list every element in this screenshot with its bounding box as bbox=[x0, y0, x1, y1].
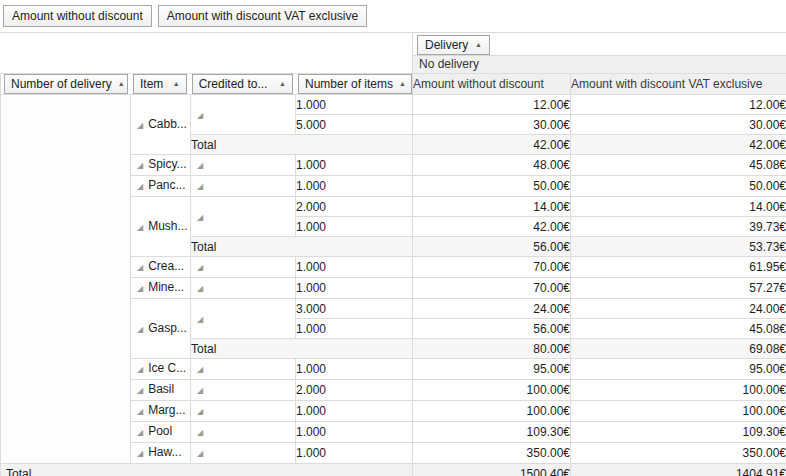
row-header-credited-to[interactable]: ◢ bbox=[191, 422, 296, 443]
value-cell[interactable]: 53.73€ bbox=[571, 237, 786, 257]
value-cell[interactable]: 42.00€ bbox=[413, 217, 571, 237]
row-header-item[interactable]: ◢Mush... bbox=[131, 197, 191, 257]
row-header-number-of-items[interactable]: 2.000 bbox=[296, 197, 413, 217]
collapse-icon[interactable]: ◢ bbox=[197, 423, 203, 442]
row-field-button-number-of-items[interactable]: Number of items ▲ bbox=[298, 74, 412, 94]
value-cell[interactable]: 24.00€ bbox=[571, 299, 786, 319]
row-field-button-item[interactable]: Item ▲ bbox=[133, 74, 187, 94]
row-header-number-of-items[interactable]: 5.000 bbox=[296, 115, 413, 135]
data-field-button-amount-without-discount[interactable]: Amount without discount bbox=[3, 5, 152, 27]
value-cell[interactable]: 109.30€ bbox=[571, 422, 786, 443]
row-header-credited-to[interactable]: ◢ bbox=[191, 359, 296, 380]
collapse-icon[interactable]: ◢ bbox=[197, 310, 203, 329]
row-header-number-of-items[interactable]: 1.000 bbox=[296, 401, 413, 422]
row-header-credited-to[interactable]: ◢ bbox=[191, 401, 296, 422]
column-header-amount-without-discount[interactable]: Amount without discount bbox=[413, 74, 571, 95]
value-cell[interactable]: 100.00€ bbox=[413, 401, 571, 422]
collapse-icon[interactable]: ◢ bbox=[137, 402, 143, 421]
collapse-icon[interactable]: ◢ bbox=[137, 423, 143, 442]
collapse-icon[interactable]: ◢ bbox=[137, 116, 143, 135]
value-cell[interactable]: 12.00€ bbox=[413, 95, 571, 115]
row-header-item[interactable]: ◢Mine... bbox=[131, 278, 191, 299]
row-header-number-of-items[interactable]: 1.000 bbox=[296, 443, 413, 464]
collapse-icon[interactable]: ◢ bbox=[197, 360, 203, 379]
row-header-credited-to[interactable]: ◢ bbox=[191, 155, 296, 176]
value-cell[interactable]: 12.00€ bbox=[571, 95, 786, 115]
value-cell[interactable]: 57.27€ bbox=[571, 278, 786, 299]
collapse-icon[interactable]: ◢ bbox=[137, 381, 143, 400]
value-cell[interactable]: 100.00€ bbox=[413, 380, 571, 401]
row-field-button-number-of-delivery[interactable]: Number of delivery ▲ bbox=[4, 74, 128, 94]
value-cell[interactable]: 14.00€ bbox=[413, 197, 571, 217]
value-cell[interactable]: 30.00€ bbox=[413, 115, 571, 135]
collapse-icon[interactable]: ◢ bbox=[137, 444, 143, 463]
row-header-number-of-items[interactable]: 1.000 bbox=[296, 217, 413, 237]
collapse-icon[interactable]: ◢ bbox=[197, 177, 203, 196]
row-header-number-of-items[interactable]: 2.000 bbox=[296, 380, 413, 401]
collapse-icon[interactable]: ◢ bbox=[197, 258, 203, 277]
row-header-credited-to[interactable]: ◢ bbox=[191, 197, 296, 237]
collapse-icon[interactable]: ◢ bbox=[197, 208, 203, 227]
row-header-number-of-items[interactable]: 1.000 bbox=[296, 176, 413, 197]
value-cell[interactable]: 70.00€ bbox=[413, 257, 571, 278]
value-cell[interactable]: 61.95€ bbox=[571, 257, 786, 278]
value-cell[interactable]: 45.08€ bbox=[571, 155, 786, 176]
collapse-icon[interactable]: ◢ bbox=[137, 156, 143, 175]
row-header-number-of-items[interactable]: 1.000 bbox=[296, 95, 413, 115]
row-header-item[interactable]: ◢Spicy... bbox=[131, 155, 191, 176]
column-header-amount-with-discount-vat-exclusive[interactable]: Amount with discount VAT exclusive bbox=[571, 74, 786, 95]
row-header-item[interactable]: ◢Gasp... bbox=[131, 299, 191, 359]
row-header-credited-to[interactable]: ◢ bbox=[191, 176, 296, 197]
row-header-number-of-items[interactable]: 1.000 bbox=[296, 359, 413, 380]
row-header-item[interactable]: ◢Pool bbox=[131, 422, 191, 443]
column-field-button-delivery[interactable]: Delivery ▲ bbox=[417, 35, 490, 55]
value-cell[interactable]: 1404.91€ bbox=[571, 464, 786, 476]
value-cell[interactable]: 350.00€ bbox=[571, 443, 786, 464]
collapse-icon[interactable]: ◢ bbox=[137, 320, 143, 339]
collapse-icon[interactable]: ◢ bbox=[137, 177, 143, 196]
value-cell[interactable]: 42.00€ bbox=[413, 135, 571, 155]
collapse-icon[interactable]: ◢ bbox=[197, 444, 203, 463]
value-cell[interactable]: 39.73€ bbox=[571, 217, 786, 237]
collapse-icon[interactable]: ◢ bbox=[137, 258, 143, 277]
column-group-header-no-delivery[interactable]: No delivery bbox=[412, 55, 786, 73]
value-cell[interactable]: 70.00€ bbox=[413, 278, 571, 299]
value-cell[interactable]: 50.00€ bbox=[571, 176, 786, 197]
row-header-credited-to[interactable]: ◢ bbox=[191, 257, 296, 278]
row-header-credited-to[interactable]: ◢ bbox=[191, 380, 296, 401]
value-cell[interactable]: 50.00€ bbox=[413, 176, 571, 197]
value-cell[interactable]: 100.00€ bbox=[571, 401, 786, 422]
row-header-number-of-items[interactable]: 1.000 bbox=[296, 257, 413, 278]
value-cell[interactable]: 56.00€ bbox=[413, 319, 571, 339]
value-cell[interactable]: 69.08€ bbox=[571, 339, 786, 359]
row-header-credited-to[interactable]: ◢ bbox=[191, 95, 296, 135]
row-header-number-of-items[interactable]: 1.000 bbox=[296, 278, 413, 299]
row-header-number-of-items[interactable]: 1.000 bbox=[296, 155, 413, 176]
collapse-icon[interactable]: ◢ bbox=[197, 106, 203, 125]
row-header-number-of-items[interactable]: 1.000 bbox=[296, 319, 413, 339]
row-header-item[interactable]: ◢Cabb... bbox=[131, 95, 191, 155]
row-header-item[interactable]: ◢Haw... bbox=[131, 443, 191, 464]
row-header-number-of-items[interactable]: 1.000 bbox=[296, 422, 413, 443]
value-cell[interactable]: 48.00€ bbox=[413, 155, 571, 176]
value-cell[interactable]: 14.00€ bbox=[571, 197, 786, 217]
value-cell[interactable]: 95.00€ bbox=[571, 359, 786, 380]
value-cell[interactable]: 56.00€ bbox=[413, 237, 571, 257]
value-cell[interactable]: 42.00€ bbox=[571, 135, 786, 155]
value-cell[interactable]: 109.30€ bbox=[413, 422, 571, 443]
value-cell[interactable]: 30.00€ bbox=[571, 115, 786, 135]
value-cell[interactable]: 45.08€ bbox=[571, 319, 786, 339]
row-field-button-credited-to[interactable]: Credited to... ▲ bbox=[192, 74, 293, 94]
row-header-number-of-items[interactable]: 3.000 bbox=[296, 299, 413, 319]
row-header-item[interactable]: ◢Marg... bbox=[131, 401, 191, 422]
row-header-item[interactable]: ◢Panc... bbox=[131, 176, 191, 197]
collapse-icon[interactable]: ◢ bbox=[197, 381, 203, 400]
collapse-icon[interactable]: ◢ bbox=[197, 279, 203, 298]
row-header-item[interactable]: ◢Ice C... bbox=[131, 359, 191, 380]
collapse-icon[interactable]: ◢ bbox=[197, 156, 203, 175]
value-cell[interactable]: 24.00€ bbox=[413, 299, 571, 319]
collapse-icon[interactable]: ◢ bbox=[137, 218, 143, 237]
collapse-icon[interactable]: ◢ bbox=[137, 360, 143, 379]
row-header-item[interactable]: ◢Basil bbox=[131, 380, 191, 401]
data-field-button-amount-with-discount-vat-exclusive[interactable]: Amount with discount VAT exclusive bbox=[158, 5, 367, 27]
